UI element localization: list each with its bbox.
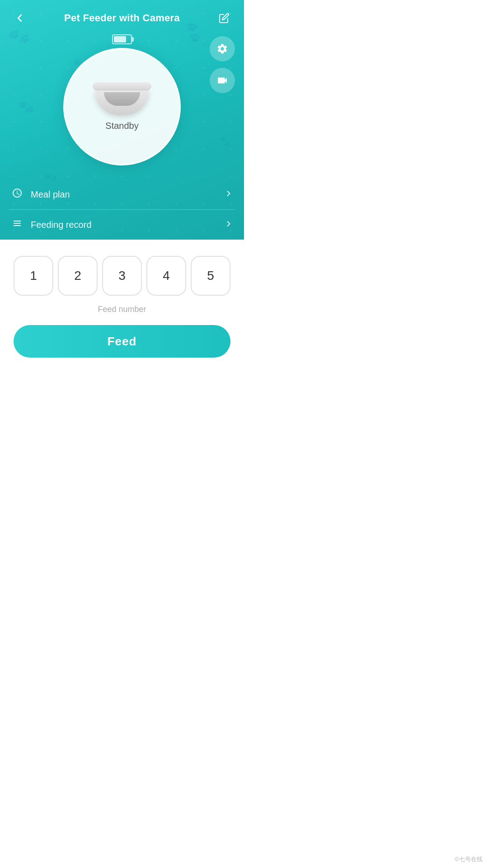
back-button[interactable] (11, 9, 29, 27)
side-buttons (210, 36, 235, 93)
bowl-rim (93, 82, 151, 90)
feed-number-label: Feed number (14, 305, 230, 314)
meal-plan-item[interactable]: Meal plan (0, 179, 244, 209)
bowl-image (93, 82, 151, 115)
device-circle-wrap: Standby (0, 48, 244, 165)
num-btn-4[interactable]: 4 (146, 256, 186, 296)
battery-icon (112, 34, 132, 44)
number-selector: 1 2 3 4 5 (14, 256, 230, 296)
battery-fill (114, 36, 126, 42)
feeding-record-left: Feeding record (11, 218, 92, 231)
list-icon (11, 218, 23, 231)
device-status: Standby (105, 121, 138, 131)
feeding-record-item[interactable]: Feeding record (0, 210, 244, 240)
feed-button[interactable]: Feed (14, 325, 230, 358)
num-btn-2[interactable]: 2 (58, 256, 98, 296)
top-section: 🐾 🐾 🐾 🐾 🐾 🐾 Pet Feeder with Camera (0, 0, 244, 240)
device-circle: Standby (63, 48, 181, 165)
header: Pet Feeder with Camera (0, 0, 244, 27)
feeding-record-chevron (224, 219, 233, 231)
settings-button[interactable] (210, 36, 235, 61)
bottom-section: 1 2 3 4 5 Feed number Feed (0, 240, 244, 371)
bowl-inner (104, 92, 140, 106)
edit-button[interactable] (215, 9, 233, 27)
menu-section: Meal plan Feeding record (0, 179, 244, 240)
meal-plan-label: Meal plan (31, 189, 70, 200)
bowl-outer (95, 90, 149, 115)
page-title: Pet Feeder with Camera (64, 12, 180, 24)
battery-indicator (0, 34, 244, 44)
clock-icon (11, 188, 23, 201)
num-btn-5[interactable]: 5 (191, 256, 230, 296)
meal-plan-left: Meal plan (11, 188, 70, 201)
meal-plan-chevron (224, 189, 233, 200)
num-btn-3[interactable]: 3 (102, 256, 142, 296)
camera-button[interactable] (210, 68, 235, 93)
feeding-record-label: Feeding record (31, 220, 92, 230)
num-btn-1[interactable]: 1 (14, 256, 53, 296)
